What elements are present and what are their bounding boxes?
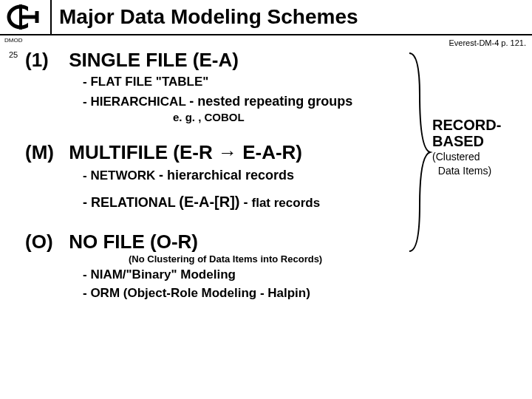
slide-number: 25 bbox=[9, 50, 18, 59]
sm-bullet-1: - NETWORK - hierarchical records bbox=[83, 166, 409, 185]
s1-example: e. g. , COBOL bbox=[173, 111, 409, 123]
section-o-title: NO FILE (O-R) bbox=[69, 231, 198, 253]
annot-paren2: Data Items) bbox=[432, 165, 521, 177]
slide-content: (1) SINGLE FILE (E-A) - FLAT FILE "TABLE… bbox=[25, 44, 409, 302]
right-annotation: RECORD- BASED (Clustered Data Items) bbox=[432, 117, 521, 177]
section-1-bullets: - FLAT FILE "TABLE" - HIERARCHICAL - nes… bbox=[83, 73, 409, 111]
section-1-tag: (1) bbox=[25, 49, 64, 72]
section-m-bullets: - NETWORK - hierarchical records - RELAT… bbox=[83, 166, 409, 213]
section-o-note: (No Clustering of Data Items into Record… bbox=[129, 253, 409, 265]
section-m-title: MULTIFILE (E-R → E-A-R) bbox=[69, 141, 302, 163]
sm-bullet-2: - RELATIONAL (E-A-[R]) - flat records bbox=[83, 191, 409, 213]
s1-bullet-1: - FLAT FILE "TABLE" bbox=[83, 73, 409, 92]
section-m-heading: (M) MULTIFILE (E-R → E-A-R) bbox=[25, 141, 409, 164]
annot-line2: BASED bbox=[432, 133, 521, 149]
slide-header: Major Data Modeling Schemes bbox=[0, 0, 532, 35]
slide-title: Major Data Modeling Schemes bbox=[52, 5, 358, 29]
section-1-title: SINGLE FILE (E-A) bbox=[69, 49, 239, 71]
top-left-tag: DMOD bbox=[4, 37, 22, 44]
bracket-icon bbox=[406, 50, 436, 257]
annot-paren1: (Clustered bbox=[432, 151, 521, 163]
section-o-tag: (O) bbox=[25, 231, 64, 253]
so-bullet-2: - ORM (Object-Role Modeling - Halpin) bbox=[83, 284, 409, 303]
section-o-bullets: - NIAM/"Binary" Modeling - ORM (Object-R… bbox=[83, 266, 409, 302]
section-o-heading: (O) NO FILE (O-R) bbox=[25, 231, 409, 253]
logo-cell bbox=[0, 0, 52, 35]
s1-bullet-2: - HIERARCHICAL - nested repeating groups bbox=[83, 92, 409, 112]
annot-line1: RECORD- bbox=[432, 117, 521, 133]
logo-icon bbox=[6, 4, 44, 30]
section-1-heading: (1) SINGLE FILE (E-A) bbox=[25, 49, 409, 72]
section-m-tag: (M) bbox=[25, 141, 64, 164]
so-bullet-1: - NIAM/"Binary" Modeling bbox=[83, 266, 409, 284]
top-right-citation: Everest-DM-4 p. 121. bbox=[449, 38, 526, 47]
